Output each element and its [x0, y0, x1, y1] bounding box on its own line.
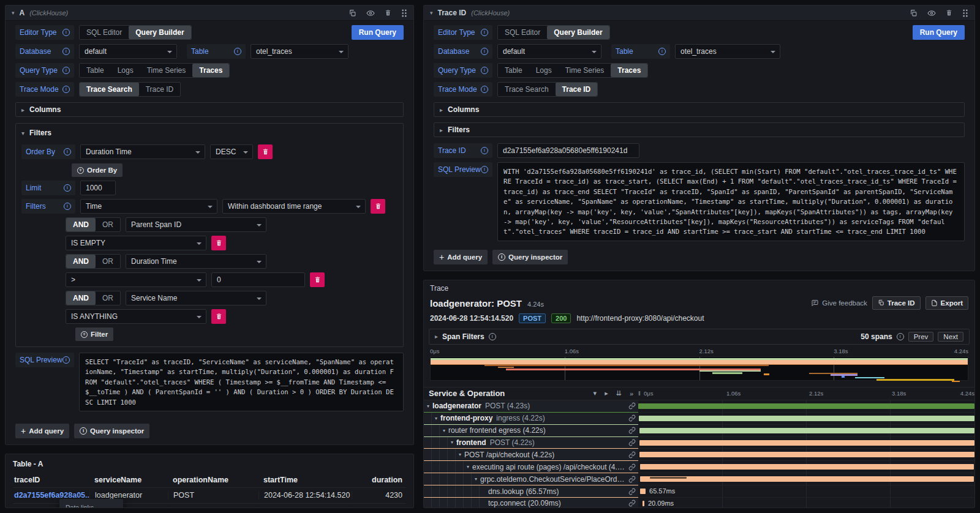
- filter-value-input[interactable]: 0: [211, 272, 305, 287]
- chevron-down-icon[interactable]: ▾: [440, 428, 448, 433]
- span-row[interactable]: ▾frontendPOST (4.22s): [424, 437, 974, 449]
- column-resize-handle[interactable]: ‖: [638, 391, 644, 397]
- columns-section[interactable]: ▸ Columns: [15, 102, 404, 117]
- span-row[interactable]: tcp.connect (20.09ms)20.09ms: [424, 498, 974, 507]
- filter-field-select[interactable]: Parent Span ID: [126, 217, 266, 232]
- link-icon[interactable]: [626, 427, 636, 434]
- or-option[interactable]: OR: [96, 291, 120, 305]
- database-select[interactable]: default: [497, 44, 601, 59]
- link-icon[interactable]: [626, 488, 636, 495]
- col-operationname[interactable]: operationName: [168, 476, 258, 484]
- duplicate-icon[interactable]: [349, 9, 356, 17]
- span-row[interactable]: ▾grpc.oteldemo.CheckoutService/PlaceOrde…: [424, 473, 974, 485]
- span-timeline[interactable]: [638, 449, 974, 461]
- span-bar[interactable]: [640, 464, 974, 470]
- col-traceid[interactable]: traceID: [13, 476, 89, 484]
- span-row[interactable]: ▾POST /api/checkout (4.22s): [424, 449, 974, 461]
- filters-section-header[interactable]: ▾ Filters: [21, 129, 398, 137]
- add-query-button[interactable]: +Add query: [434, 250, 488, 264]
- trash-icon[interactable]: [385, 9, 391, 17]
- filter-time-value-select[interactable]: Within dashboard time range: [222, 199, 366, 214]
- query-type-table[interactable]: Table: [498, 64, 529, 77]
- query-inspector-button[interactable]: iQuery inspector: [492, 250, 568, 264]
- query-type-logs[interactable]: Logs: [529, 64, 559, 77]
- trace-id-option[interactable]: Trace ID: [139, 83, 181, 96]
- span-bar[interactable]: [639, 416, 974, 421]
- expand-one-icon[interactable]: ▸: [605, 389, 608, 397]
- span-name-cell[interactable]: ▾frontendPOST (4.22s): [424, 437, 638, 449]
- table-select[interactable]: otel_traces: [675, 44, 780, 59]
- span-filters-label[interactable]: Span Filters: [442, 332, 484, 341]
- limit-input[interactable]: 1000: [80, 181, 116, 195]
- span-timeline[interactable]: [638, 413, 974, 425]
- span-timeline[interactable]: [638, 425, 974, 437]
- query-type-logs[interactable]: Logs: [111, 64, 140, 77]
- run-query-button[interactable]: Run Query: [913, 25, 965, 40]
- col-duration[interactable]: duration: [352, 476, 406, 484]
- col-starttime[interactable]: startTime: [258, 476, 352, 484]
- span-bar[interactable]: [639, 428, 974, 433]
- panel-traceid-header[interactable]: ▾ Trace ID (ClickHouse): [424, 6, 974, 21]
- trace-search-option[interactable]: Trace Search: [80, 83, 139, 96]
- order-by-dir-select[interactable]: DESC: [210, 144, 253, 159]
- col-servicename[interactable]: serviceName: [89, 476, 168, 484]
- filter-op-select[interactable]: IS EMPTY: [66, 236, 206, 250]
- span-row[interactable]: ▾executing api route (pages) /api/checko…: [424, 461, 974, 473]
- query-inspector-button[interactable]: iQuery inspector: [74, 424, 149, 438]
- span-row[interactable]: ▾loadgeneratorPOST (4.23s): [424, 400, 974, 413]
- prev-button[interactable]: Prev: [908, 332, 934, 342]
- link-icon[interactable]: [626, 463, 636, 471]
- filter-op-select[interactable]: >: [66, 272, 206, 287]
- chevron-down-icon[interactable]: ▾: [472, 476, 480, 482]
- panel-a-header[interactable]: ▾ A (ClickHouse): [6, 6, 413, 21]
- span-name-cell[interactable]: ▾grpc.oteldemo.CheckoutService/PlaceOrde…: [424, 473, 638, 485]
- span-timeline[interactable]: [638, 473, 974, 485]
- span-name-cell[interactable]: ▾loadgeneratorPOST (4.23s): [424, 400, 638, 413]
- add-order-by-button[interactable]: +Order By: [72, 163, 123, 177]
- next-button[interactable]: Next: [938, 332, 963, 342]
- collapse-one-icon[interactable]: ▾: [594, 389, 597, 397]
- chevron-down-icon[interactable]: ▾: [464, 464, 472, 470]
- database-select[interactable]: default: [79, 44, 177, 59]
- trash-icon[interactable]: [946, 9, 952, 17]
- span-name-cell[interactable]: tcp.connect (20.09ms): [424, 498, 638, 507]
- collapse-all-icon[interactable]: ⇊: [616, 389, 622, 397]
- span-row[interactable]: dns.lookup (65.57ms)65.57ms: [424, 485, 974, 498]
- span-timeline[interactable]: 65.57ms: [638, 485, 974, 498]
- order-by-field-select[interactable]: Duration Time: [80, 144, 205, 159]
- chevron-down-icon[interactable]: ▾: [424, 403, 432, 409]
- remove-filter-button[interactable]: [211, 236, 226, 250]
- query-type-timeseries[interactable]: Time Series: [140, 64, 193, 77]
- span-name-cell[interactable]: ▾POST /api/checkout (4.22s): [424, 449, 638, 461]
- drag-grip-icon[interactable]: [401, 9, 407, 17]
- drag-grip-icon[interactable]: [962, 9, 968, 17]
- or-option[interactable]: OR: [96, 255, 120, 268]
- span-timeline[interactable]: 20.09ms: [638, 498, 974, 507]
- span-name-cell[interactable]: ▾router frontend egress (4.22s): [424, 425, 638, 437]
- columns-section[interactable]: ▸ Columns: [434, 102, 965, 117]
- query-builder-option[interactable]: Query Builder: [129, 26, 190, 39]
- query-type-timeseries[interactable]: Time Series: [559, 64, 611, 77]
- eye-icon[interactable]: [366, 9, 375, 17]
- chevron-down-icon[interactable]: ▾: [448, 440, 456, 445]
- query-type-traces[interactable]: Traces: [611, 64, 647, 77]
- remove-order-by-button[interactable]: [258, 144, 273, 159]
- remove-filter-button[interactable]: [310, 272, 325, 287]
- query-type-traces[interactable]: Traces: [192, 64, 229, 77]
- span-name-cell[interactable]: dns.lookup (65.57ms): [424, 485, 638, 498]
- trace-minimap[interactable]: [430, 356, 968, 381]
- link-icon[interactable]: [626, 402, 636, 410]
- span-timeline[interactable]: [638, 437, 974, 449]
- link-icon[interactable]: [626, 451, 636, 459]
- span-timeline[interactable]: [638, 461, 974, 473]
- filter-time-field-select[interactable]: Time: [80, 199, 217, 214]
- or-option[interactable]: OR: [96, 218, 120, 231]
- span-name-cell[interactable]: ▾executing api route (pages) /api/checko…: [424, 461, 638, 473]
- and-option[interactable]: AND: [66, 255, 96, 268]
- trace-id-option[interactable]: Trace ID: [556, 83, 598, 96]
- span-bar[interactable]: [640, 476, 974, 482]
- query-type-table[interactable]: Table: [80, 64, 111, 77]
- give-feedback-button[interactable]: Give feedback: [811, 299, 867, 307]
- span-row[interactable]: ▾frontend-proxyingress (4.22s): [424, 413, 974, 425]
- span-bar[interactable]: [639, 440, 974, 446]
